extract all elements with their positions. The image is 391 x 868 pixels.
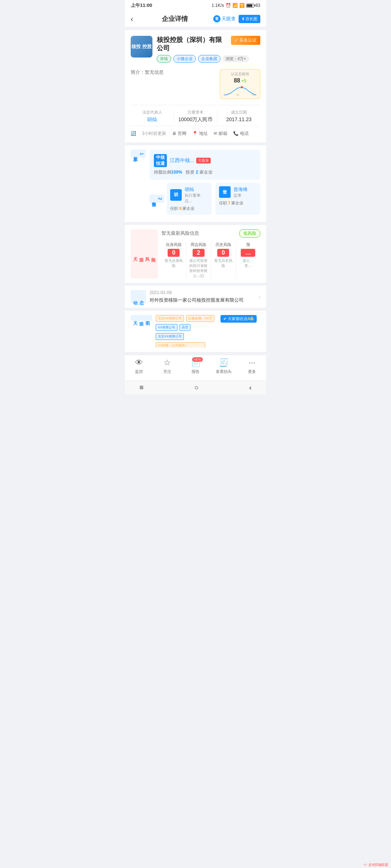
svg-text:50: 50 <box>236 94 239 96</box>
executives-label: 高管2 <box>150 195 165 203</box>
email-label: 邮箱 <box>219 131 227 137</box>
score-row: 88 +5 <box>224 77 256 84</box>
exec-count-2: 7 <box>228 201 230 205</box>
risk-section: 天眼风险 暂无最新风险信息 低风险 自身风险 0 暂无自身风险 周边风险 2 该… <box>125 225 266 283</box>
dynamics-content[interactable]: 2021-01-08 对外投资移除一家公司核投控股发展有限公司 <box>150 290 255 304</box>
monitor-label: 监控 <box>135 369 143 374</box>
capital: 注册资本 10000万人民币 <box>174 110 218 123</box>
report-label: 报告 <box>192 369 199 374</box>
exec-avatar-2: 曾 <box>219 186 231 198</box>
risk-predict[interactable]: 预 … 该公…变… <box>236 242 260 278</box>
exec-info-1: 胡灿 执行董事,总... <box>185 186 208 204</box>
company-logo: 核投 控股 <box>131 36 152 58</box>
dynamics-inner: 动态 2021-01-08 对外投资移除一家公司核投控股发展有限公司 › <box>131 290 260 304</box>
network-speed: 1.1K/s <box>212 3 224 8</box>
battery-icon <box>246 4 254 8</box>
exec-name-2: 曾海锋 <box>234 186 248 193</box>
dynamics-arrow: › <box>258 290 260 304</box>
phone-icon: 📞 <box>233 131 239 136</box>
company-info: 核投控股（深圳）有限公司 ✓ 买名认证 存续 小微企业 企业集团 浏览：4万+ <box>157 36 260 63</box>
status-time: 上午11:00 <box>131 2 152 9</box>
home-button[interactable]: ○ <box>194 383 198 392</box>
diagram-section: 天眼图 北京XX有限公司 认缴金额：XX万 XX有限公司 高管 北京XX有限公司… <box>125 311 266 352</box>
dynamics-label: 动态 <box>131 290 146 304</box>
svg-point-0 <box>241 86 243 88</box>
shareholder-name[interactable]: 江西中核... <box>170 157 194 164</box>
exec-card-2[interactable]: 曾 曾海锋 监事 任职 7 家企业 <box>215 183 260 215</box>
shareholder-stats: 持股比例100% 投资 2 家企业 <box>154 169 256 175</box>
executives-row: 胡 胡灿 执行董事,总... 任职 9 家企业 曾 <box>167 183 260 215</box>
exec-name-1: 胡灿 <box>185 186 208 193</box>
risk-nearby-label: 周边风险 <box>189 242 208 247</box>
exec-title-1: 执行董事,总... <box>185 193 208 204</box>
tianyancha-icon: 查 <box>213 15 220 22</box>
email-link[interactable]: ✉ 邮箱 <box>214 131 227 137</box>
diagram-content[interactable]: 北京XX有限公司 认缴金额：XX万 XX有限公司 高管 北京XX有限公司 XX控… <box>156 315 260 348</box>
shareholder-avatar: 中核恒通 <box>154 154 167 167</box>
phone-link[interactable]: 📞 电话 <box>233 131 249 137</box>
shareholding-pct: 100% <box>171 170 182 175</box>
nav-report[interactable]: NEW 📄 报告 <box>181 358 210 374</box>
risk-self-desc: 暂无自身风险 <box>164 258 183 268</box>
shareholder-info: 江西中核... 大股东 <box>170 157 211 164</box>
website-link[interactable]: 🖥 官网 <box>172 131 186 137</box>
company-header: 核投 控股 核投控股（深圳）有限公司 ✓ 买名认证 存续 小微企业 企业集团 浏… <box>131 36 260 63</box>
risk-header: 暂无最新风险信息 低风险 <box>161 229 260 238</box>
back-button[interactable]: ‹ <box>131 15 133 23</box>
header: ‹ 企业详情 查 天眼查 ⬆ 存长图 <box>125 11 266 27</box>
risk-history-desc: 暂无历史风险 <box>214 258 232 268</box>
tianyancha-logo[interactable]: 查 天眼查 <box>213 15 236 22</box>
menu-button[interactable]: ≡ <box>139 383 144 392</box>
battery-fill <box>247 4 252 7</box>
back-sys-button[interactable]: ‹ <box>249 383 252 392</box>
diagram-node-1: 北京XX有限公司 <box>156 315 184 322</box>
intro-text: 简介：暂无信息 <box>131 69 164 76</box>
page-title: 企业详情 <box>137 14 213 23</box>
legal-rep-value[interactable]: 胡灿 <box>131 116 174 123</box>
invoice-icon: 🧾 <box>219 358 229 367</box>
nav-invoice[interactable]: 🧾 发票抬头 <box>210 358 238 374</box>
dynamics-section: 动态 2021-01-08 对外投资移除一家公司核投控股发展有限公司 › <box>125 286 266 308</box>
risk-nearby[interactable]: 周边风险 2 该公司投资的四川省核投科技有限公...(1) <box>186 242 211 278</box>
nav-more[interactable]: ··· 更多 <box>238 358 266 374</box>
diagram-node-3: XX有限公司 <box>156 324 177 331</box>
diagram-node-2: 认缴金额：XX万 <box>186 315 214 322</box>
risk-predict-count: … <box>241 249 255 257</box>
diagram-inner: 天眼图 北京XX有限公司 认缴金额：XX万 XX有限公司 高管 北京XX有限公司… <box>131 315 260 348</box>
address-link[interactable]: 📍 地址 <box>192 131 208 137</box>
status-bar: 上午11:00 1.1K/s ⏰ 📶 🛜 83 <box>125 0 266 11</box>
risk-no-info: 暂无最新风险信息 <box>161 230 199 237</box>
exec-header-1: 胡 胡灿 执行董事,总... <box>170 186 208 204</box>
exec-card-1[interactable]: 胡 胡灿 执行董事,总... 任职 9 家企业 <box>167 183 211 215</box>
svg-text:100: 100 <box>252 94 256 96</box>
save-button[interactable]: ⬆ 存长图 <box>239 15 260 23</box>
risk-nearby-desc: 该公司投资的四川省核投科技有限公...(1) <box>189 258 208 278</box>
risk-self-label: 自身风险 <box>164 242 183 247</box>
score-chart: 0 50 100 <box>224 85 256 96</box>
monitor-icon: 👁 <box>135 358 143 367</box>
score-plus: +5 <box>241 78 247 84</box>
nav-monitor[interactable]: 👁 监控 <box>125 358 153 374</box>
update-time: 3小时前更新 <box>142 131 166 137</box>
risk-predict-label: 预 <box>239 242 257 247</box>
tag-size: 小微企业 <box>173 55 196 63</box>
diagram-label: 天眼图 <box>131 315 152 321</box>
legal-rep: 法定代表人 胡灿 <box>131 110 174 123</box>
section-inner: 股东1 中核恒通 江西中核... 大股东 持股比例100% 投资 2 家企业 <box>131 150 260 218</box>
exec-stats-2: 任职 7 家企业 <box>219 200 257 206</box>
risk-self[interactable]: 自身风险 0 暂无自身风险 <box>161 242 186 278</box>
score-widget: 认证后获得 88 +5 0 50 100 <box>220 69 260 99</box>
shareholder-row[interactable]: 中核恒通 江西中核... 大股东 持股比例100% 投资 2 家企业 <box>150 150 260 180</box>
risk-predict-desc: 该公…变… <box>239 258 257 268</box>
shareholder-content: 中核恒通 江西中核... 大股东 持股比例100% 投资 2 家企业 高管2 <box>150 150 260 218</box>
exec-stats-1: 任职 9 家企业 <box>170 206 208 211</box>
tag-status: 存续 <box>157 55 171 63</box>
nav-follow[interactable]: ☆ 关注 <box>153 358 181 374</box>
follow-icon: ☆ <box>164 358 171 367</box>
email-icon: ✉ <box>214 131 217 136</box>
invoice-label: 发票抬头 <box>216 369 232 374</box>
diagram-say[interactable]: ✔ 大家都在说4条 <box>220 315 257 323</box>
shareholders-section: 股东1 中核恒通 江西中核... 大股东 持股比例100% 投资 2 家企业 <box>125 145 266 222</box>
risk-history[interactable]: 历史风险 0 暂无历史风险 <box>211 242 236 278</box>
bottom-nav: 👁 监控 ☆ 关注 NEW 📄 报告 🧾 发票抬头 ··· 更多 <box>125 355 266 380</box>
